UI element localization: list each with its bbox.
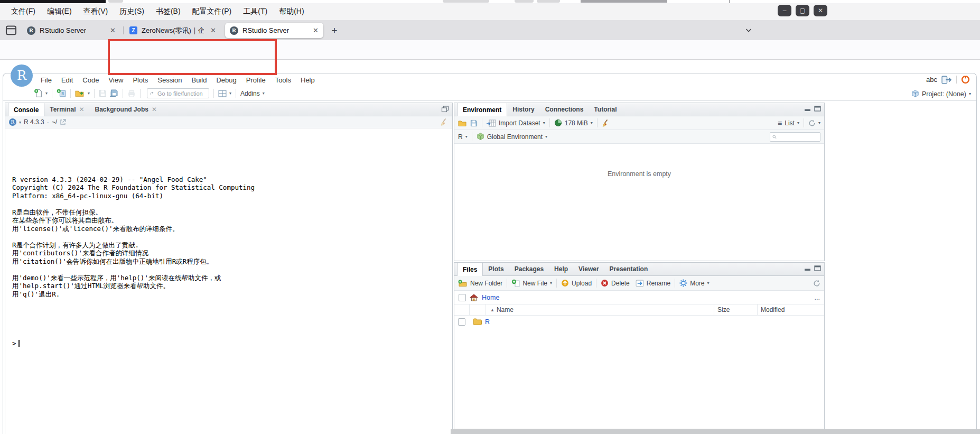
signout-icon[interactable] — [941, 76, 952, 84]
save-icon[interactable] — [99, 89, 107, 97]
breadcrumb-home-link[interactable]: Home — [482, 294, 499, 301]
row-checkbox[interactable] — [458, 318, 465, 326]
tab-viewer[interactable]: Viewer — [573, 263, 604, 275]
import-dataset-label[interactable]: Import Dataset — [499, 119, 540, 127]
window-maximize-button[interactable]: ▢ — [796, 5, 809, 16]
dropdown-arrow-icon[interactable]: ▾ — [707, 281, 709, 285]
working-directory[interactable]: ~/ — [52, 118, 57, 126]
window-close-button[interactable]: ✕ — [814, 5, 827, 16]
dropdown-arrow-icon[interactable]: ▾ — [543, 121, 545, 125]
browser-tab[interactable]: R RStudio Server ✕ — [22, 23, 120, 38]
clear-environment-broom-icon[interactable] — [602, 119, 610, 127]
memory-usage-label[interactable]: 178 MiB — [565, 119, 588, 127]
browser-menu-item[interactable]: 工具(T) — [237, 7, 273, 16]
select-all-checkbox[interactable] — [459, 294, 466, 301]
dropdown-arrow-icon[interactable]: ▾ — [45, 91, 48, 96]
tab-history[interactable]: History — [507, 103, 539, 116]
tab-environment[interactable]: Environment — [457, 103, 507, 116]
browser-menu-item[interactable]: 书签(B) — [150, 7, 186, 16]
tab-terminal[interactable]: Terminal ✕ — [44, 103, 89, 116]
browser-menu-item[interactable]: 查看(V) — [78, 7, 114, 16]
save-workspace-icon[interactable] — [470, 119, 478, 127]
rstudio-menu-item[interactable]: Code — [78, 76, 104, 84]
print-icon[interactable] — [127, 90, 136, 97]
new-file-blank-icon[interactable] — [511, 279, 520, 287]
save-all-icon[interactable] — [109, 89, 118, 97]
new-folder-label[interactable]: New Folder — [470, 280, 502, 287]
rstudio-menu-item[interactable]: Profile — [241, 76, 270, 84]
refresh-icon[interactable] — [808, 119, 816, 127]
rename-icon[interactable] — [636, 280, 644, 287]
new-file-label[interactable]: New File — [522, 280, 547, 287]
tab-packages[interactable]: Packages — [509, 263, 549, 275]
new-project-icon[interactable]: R — [57, 89, 66, 98]
path-ellipsis-button[interactable]: ... — [815, 294, 820, 301]
r-version-icon[interactable]: R — [9, 118, 16, 126]
browser-menu-item[interactable]: 帮助(H) — [273, 7, 310, 16]
console-output[interactable]: R version 4.3.3 (2024-02-29) -- "Angel F… — [5, 128, 452, 434]
dropdown-arrow-icon[interactable]: ▾ — [550, 281, 552, 285]
upload-icon[interactable] — [561, 279, 569, 287]
dropdown-arrow-icon[interactable]: ▾ — [465, 134, 468, 139]
file-row[interactable]: R — [454, 316, 824, 328]
list-view-icon[interactable]: ≡ — [778, 119, 782, 127]
new-folder-icon[interactable] — [458, 280, 468, 287]
browser-menu-item[interactable]: 编辑(E) — [41, 7, 78, 16]
more-gear-icon[interactable] — [679, 279, 687, 287]
tab-connections[interactable]: Connections — [540, 103, 589, 116]
dropdown-arrow-icon[interactable]: ▾ — [818, 121, 820, 125]
dropdown-arrow-icon[interactable]: ▾ — [19, 120, 21, 125]
list-all-tabs-icon[interactable] — [745, 27, 752, 33]
goto-file-input[interactable] — [156, 90, 206, 97]
dropdown-arrow-icon[interactable]: ▾ — [591, 121, 593, 125]
new-tab-button[interactable]: + — [328, 24, 341, 38]
rename-label[interactable]: Rename — [647, 280, 670, 287]
rstudio-menu-item[interactable]: Session — [153, 76, 186, 84]
rstudio-menu-item[interactable]: File — [36, 76, 57, 84]
tab-help[interactable]: Help — [549, 263, 573, 275]
import-dataset-icon[interactable] — [487, 119, 496, 127]
dropdown-arrow-icon[interactable]: ▾ — [88, 91, 90, 96]
tab-close-icon[interactable]: ✕ — [309, 26, 319, 34]
rstudio-menu-item[interactable]: Help — [296, 76, 320, 84]
browser-menu-item[interactable]: 历史(S) — [114, 7, 150, 16]
tab-close-icon[interactable]: ✕ — [79, 106, 84, 113]
list-view-label[interactable]: List — [785, 119, 795, 127]
scope-label[interactable]: Global Environment — [487, 133, 543, 141]
tab-tutorial[interactable]: Tutorial — [589, 103, 622, 116]
browser-tab-active[interactable]: R RStudio Server ✕ — [225, 23, 323, 38]
bottom-scrollbar-strip[interactable] — [451, 429, 980, 434]
restore-pane-icon[interactable] — [441, 106, 449, 113]
browser-menu-item[interactable]: 文件(F) — [5, 7, 41, 16]
dropdown-arrow-icon[interactable]: ▾ — [263, 91, 265, 96]
tab-background-jobs[interactable]: Background Jobs ✕ — [90, 103, 162, 116]
new-file-icon[interactable] — [34, 89, 43, 98]
goto-file-box[interactable] — [147, 88, 209, 98]
rstudio-menu-item[interactable]: Build — [187, 76, 212, 84]
rstudio-menu-item[interactable]: Tools — [270, 76, 296, 84]
tab-presentation[interactable]: Presentation — [604, 263, 654, 275]
language-label[interactable]: R — [458, 133, 463, 141]
environment-search-box[interactable] — [770, 132, 820, 142]
dropdown-arrow-icon[interactable]: ▾ — [797, 121, 799, 125]
rstudio-menu-item[interactable]: Edit — [57, 76, 78, 84]
delete-label[interactable]: Delete — [611, 280, 630, 287]
tab-close-icon[interactable]: ✕ — [206, 26, 216, 34]
browser-tab[interactable]: Z ZeroNews(零讯)｜企业级 ✕ — [125, 23, 221, 38]
tab-close-icon[interactable]: ✕ — [106, 26, 116, 34]
minimize-pane-icon[interactable] — [804, 106, 811, 112]
open-directory-icon[interactable] — [60, 119, 66, 125]
name-column-header[interactable]: ▲ Name — [486, 304, 714, 315]
size-column-header[interactable]: Size — [714, 304, 757, 315]
upload-label[interactable]: Upload — [572, 280, 592, 287]
more-label[interactable]: More — [690, 280, 704, 287]
load-workspace-icon[interactable] — [458, 119, 468, 127]
addins-label[interactable]: Addins — [240, 90, 260, 97]
project-selector[interactable]: R Project: (None) ▾ — [911, 90, 971, 98]
modified-column-header[interactable]: Modified — [757, 304, 824, 315]
tab-console[interactable]: Console — [8, 103, 44, 116]
rstudio-menu-item[interactable]: Debug — [211, 76, 241, 84]
pane-layout-icon[interactable] — [218, 90, 227, 97]
tab-close-icon[interactable]: ✕ — [152, 106, 157, 113]
home-icon[interactable] — [470, 294, 478, 301]
